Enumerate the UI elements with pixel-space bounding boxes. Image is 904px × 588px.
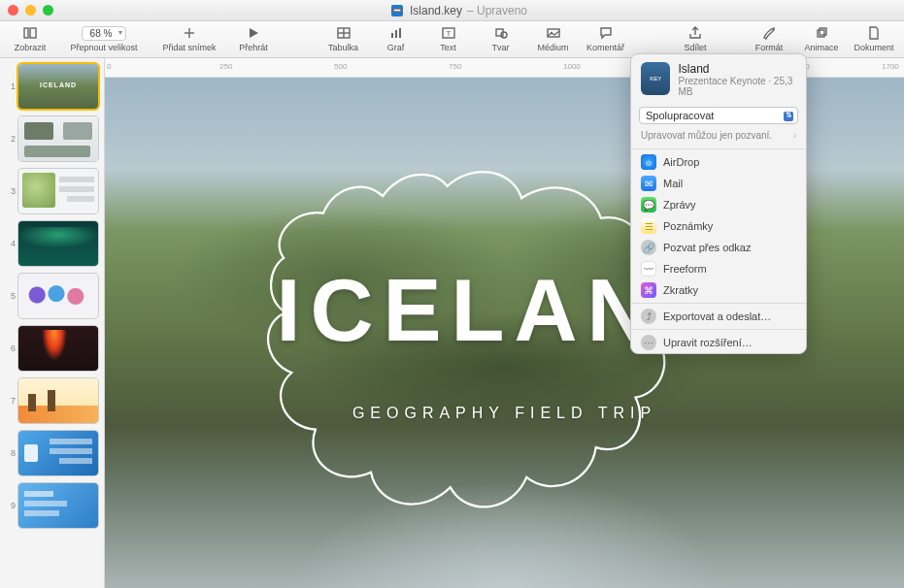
slide-thumb-5[interactable] [18, 274, 98, 318]
slide-thumb-row[interactable]: 4 [4, 221, 100, 266]
slide-thumb-row[interactable]: 9 [4, 483, 100, 528]
share-mail-item[interactable]: ✉ Mail [631, 173, 806, 194]
slide-number: 7 [4, 396, 16, 406]
share-doc-meta: Prezentace Keynote · 25,3 MB [678, 76, 796, 97]
slide-thumb-7[interactable] [18, 378, 98, 423]
media-button[interactable]: Médium [531, 23, 576, 58]
table-button[interactable]: Tabulka [321, 23, 366, 58]
share-item-label: Exportovat a odeslat… [663, 310, 771, 322]
slide-thumb-row[interactable]: 7 [4, 378, 100, 423]
view-icon [22, 25, 38, 41]
airdrop-icon: ⌾ [641, 154, 656, 170]
slide-thumb-row[interactable]: 5 [4, 274, 100, 318]
share-shortcuts-item[interactable]: ⌘ Zkratky [631, 279, 806, 301]
share-freeform-item[interactable]: 〰 Freeform [631, 258, 806, 279]
svg-rect-20 [820, 28, 826, 35]
svg-rect-19 [818, 30, 824, 37]
messages-icon: 💬 [641, 197, 656, 212]
slide-number: 3 [4, 186, 16, 196]
shape-label: Tvar [492, 44, 510, 52]
ruler-tick: 1700 [882, 62, 899, 71]
document-icon [866, 25, 882, 41]
slide-number: 8 [4, 448, 16, 458]
thumb-title: ICELAND [40, 82, 77, 88]
shape-button[interactable]: Tvar [479, 23, 523, 58]
document-label: Dokument [854, 44, 893, 52]
window-file-name: Island.key [410, 4, 462, 17]
slide-thumb-row[interactable]: 8 [4, 431, 100, 475]
svg-rect-1 [393, 9, 401, 12]
comment-icon [598, 25, 614, 41]
share-permissions-row[interactable]: Upravovat můžou jen pozvaní. › [639, 128, 798, 143]
divider [631, 148, 806, 149]
slide-thumb-2[interactable] [18, 116, 98, 161]
share-doc-title: Island [678, 62, 796, 76]
slide-thumb-row[interactable]: 6 [4, 326, 100, 371]
svg-marker-6 [250, 28, 258, 38]
zoom-control[interactable]: 68 % Přepnout velikost [60, 23, 148, 58]
share-item-label: Upravit rozšíření… [663, 337, 753, 348]
share-notes-item[interactable]: ☰ Poznámky [631, 215, 806, 237]
share-item-label: Zkratky [663, 284, 698, 296]
slide-thumb-3[interactable] [18, 169, 98, 213]
slide-thumb-6[interactable] [18, 326, 98, 371]
share-link-item[interactable]: 🔗 Pozvat přes odkaz [631, 237, 806, 258]
add-slide-button[interactable]: Přidat snímek [155, 23, 223, 58]
share-export-item[interactable]: ⤴ Exportovat a odeslat… [631, 306, 806, 327]
ruler-tick: 750 [449, 62, 461, 71]
document-button[interactable]: Dokument [852, 23, 896, 58]
slide-thumb-row[interactable]: 3 [4, 169, 100, 213]
brush-icon [761, 25, 777, 41]
zoom-window-button[interactable] [43, 5, 53, 16]
shortcuts-icon: ⌘ [641, 282, 656, 298]
slide-navigator[interactable]: 1 ICELAND 2 3 4 5 6 7 8 9 [0, 58, 105, 588]
divider [631, 329, 806, 330]
share-item-label: Poznámky [663, 220, 713, 232]
slide-thumb-1[interactable]: ICELAND [18, 64, 98, 109]
share-label: Sdílet [684, 44, 706, 52]
slide-subtitle[interactable]: GEOGRAPHY FIELD TRIP [352, 405, 656, 422]
ruler-tick: 0 [107, 62, 111, 71]
slide-number: 6 [4, 343, 16, 353]
share-icon [687, 25, 703, 41]
close-window-button[interactable] [8, 5, 18, 16]
media-label: Médium [537, 44, 568, 52]
slide-thumb-8[interactable] [18, 431, 98, 475]
ruler-tick: 250 [219, 62, 232, 71]
slide-thumb-row[interactable]: 1 ICELAND [4, 64, 100, 109]
svg-rect-12 [399, 28, 401, 38]
share-airdrop-item[interactable]: ⌾ AirDrop [631, 151, 806, 173]
slide-number: 4 [4, 239, 16, 248]
slide-thumb-4[interactable] [18, 221, 98, 266]
share-messages-item[interactable]: 💬 Zprávy [631, 194, 806, 215]
animate-button[interactable]: Animace [799, 23, 844, 58]
titlebar: Island.key – Upraveno [0, 0, 904, 21]
comment-button[interactable]: Komentář [584, 23, 628, 58]
play-button[interactable]: Přehrát [231, 23, 276, 58]
slide-thumb-9[interactable] [18, 483, 98, 528]
zoom-value[interactable]: 68 % [82, 26, 127, 41]
text-button[interactable]: T Text [426, 23, 471, 58]
add-slide-label: Přidat snímek [162, 44, 216, 52]
comment-label: Komentář [586, 44, 624, 52]
slide-thumb-row[interactable]: 2 [4, 116, 100, 161]
svg-point-16 [501, 32, 507, 38]
chart-button[interactable]: Graf [374, 23, 419, 58]
zoom-label: Přepnout velikost [70, 44, 137, 52]
window-title-suffix: – Upraveno [467, 4, 527, 17]
table-icon [336, 25, 352, 41]
keynote-file-icon [389, 3, 405, 18]
plus-icon [182, 25, 197, 41]
minimize-window-button[interactable] [25, 5, 36, 16]
share-mode-select[interactable]: Spolupracovat [639, 107, 798, 124]
ruler-tick: 1000 [563, 62, 581, 71]
slide-number: 9 [4, 501, 16, 510]
view-button[interactable]: Zobrazit [8, 23, 52, 58]
play-icon [246, 25, 261, 41]
share-extensions-item[interactable]: ⋯ Upravit rozšíření… [631, 332, 806, 353]
share-doc-thumb: KEY [641, 62, 670, 95]
notes-icon: ☰ [641, 218, 656, 234]
format-label: Formát [755, 44, 784, 52]
svg-rect-11 [395, 30, 397, 38]
svg-rect-2 [24, 28, 28, 38]
